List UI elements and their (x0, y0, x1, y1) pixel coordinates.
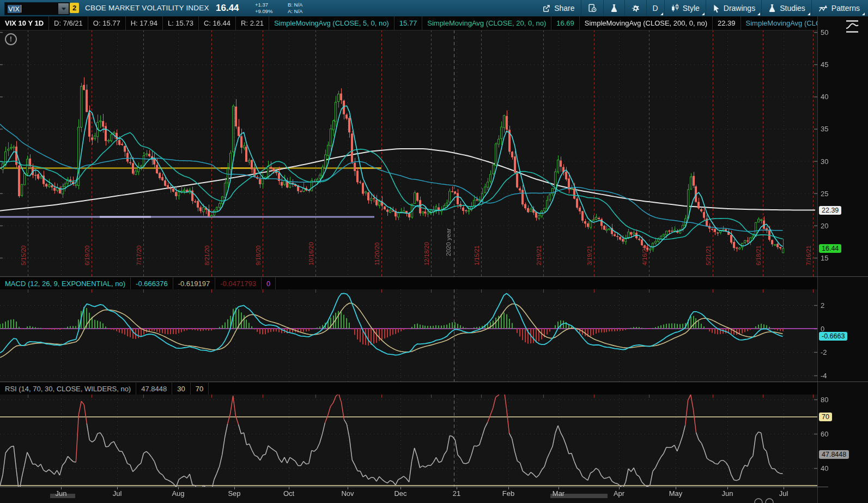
ohlc-open: O: 15.77 (88, 16, 126, 30)
price-axis-gutter[interactable] (817, 16, 868, 503)
patterns-button[interactable]: Patterns (812, 0, 866, 16)
flask-icon (768, 3, 776, 13)
rsi-value: 47.8448 (136, 383, 172, 395)
symbol-input-value: VIX (8, 5, 20, 13)
macd-diff-value: -0.0471793 (215, 277, 262, 289)
macd-header-row: MACD (12, 26, 9, EXPONENTIAL, no) -0.666… (0, 277, 817, 289)
macd-zero-value: 0 (262, 277, 276, 289)
cursor-icon (712, 4, 720, 13)
share-icon (542, 4, 551, 13)
drawings-button[interactable]: Drawings (706, 0, 761, 16)
zigzag-icon (818, 4, 828, 13)
share-button[interactable]: Share (536, 0, 580, 16)
rsi-study-label[interactable]: RSI (14, 70, 30, CLOSE, WILDERS, no) (0, 383, 136, 395)
candlestick-icon (671, 3, 679, 13)
ohlc-low: L: 15.73 (163, 16, 199, 30)
panel-divider[interactable] (0, 276, 868, 277)
style-button[interactable]: Style (665, 0, 706, 16)
macd-study-label[interactable]: MACD (12, 26, 9, EXPONENTIAL, no) (0, 277, 131, 289)
price-change: +1.37+9.09% (255, 2, 273, 15)
flask-icon (610, 3, 618, 13)
report-clock-icon (587, 3, 597, 13)
rsi-header-row: RSI (14, 70, 30, CLOSE, WILDERS, no) 47.… (0, 383, 817, 395)
quick-study-button[interactable] (604, 0, 624, 16)
settings-button[interactable] (625, 0, 646, 16)
macd-value: -0.666376 (131, 277, 173, 289)
study-label-sma5[interactable]: SimpleMovingAvg (CLOSE, 5, 0, no) (269, 16, 394, 30)
study-label-sma20[interactable]: SimpleMovingAvg (CLOSE, 20, 0, no) (422, 16, 551, 30)
rsi-oversold-value: 30 (172, 383, 190, 395)
text-cursor (21, 5, 21, 13)
study-value-sma20: 16.69 (551, 16, 580, 30)
gear-icon (631, 4, 640, 13)
ohlc-close: C: 16.44 (199, 16, 236, 30)
chart-header-row: VIX 10 Y 1D D: 7/6/21 O: 15.77 H: 17.94 … (0, 16, 817, 31)
symbol-input[interactable]: VIX (4, 2, 70, 15)
bid-ask: B: N/AA: N/A (288, 2, 302, 15)
message-count-badge[interactable]: 2 (70, 3, 79, 13)
macd-signal-value: -0.619197 (173, 277, 216, 289)
report-button[interactable] (581, 0, 603, 16)
last-price: 16.44 (216, 0, 239, 16)
wave-lines-icon[interactable] (844, 19, 860, 36)
studies-button[interactable]: Studies (762, 0, 811, 16)
chart-canvas[interactable] (0, 0, 817, 503)
time-axis-divider (0, 487, 828, 487)
top-toolbar: VIX 2 CBOE MARKET VOLATILITY INDEX 16.44… (0, 0, 868, 16)
study-value-sma5: 15.77 (394, 16, 423, 30)
thinkorswim-chart-window: VIX 2 CBOE MARKET VOLATILITY INDEX 16.44… (0, 0, 868, 503)
study-value-sma200: 22.39 (713, 16, 741, 30)
ohlc-date: D: 7/6/21 (49, 16, 88, 30)
timeframe-button[interactable]: D (647, 0, 664, 16)
ohlc-high: H: 17.94 (126, 16, 163, 30)
info-circle-icon[interactable]: ! (5, 33, 17, 45)
symbol-dropdown-button[interactable] (58, 3, 69, 14)
symbol-description: CBOE MARKET VOLATILITY INDEX (85, 0, 209, 16)
panel-divider[interactable] (0, 381, 868, 382)
rsi-overbought-value: 70 (191, 383, 209, 395)
study-label-sma4[interactable]: SimpleMovingAvg (CLOSE,… (741, 16, 817, 30)
study-label-sma200[interactable]: SimpleMovingAvg (CLOSE, 200, 0, no) (580, 16, 713, 30)
ohlc-range: R: 2.21 (236, 16, 269, 30)
chart-title: VIX 10 Y 1D (0, 16, 49, 30)
